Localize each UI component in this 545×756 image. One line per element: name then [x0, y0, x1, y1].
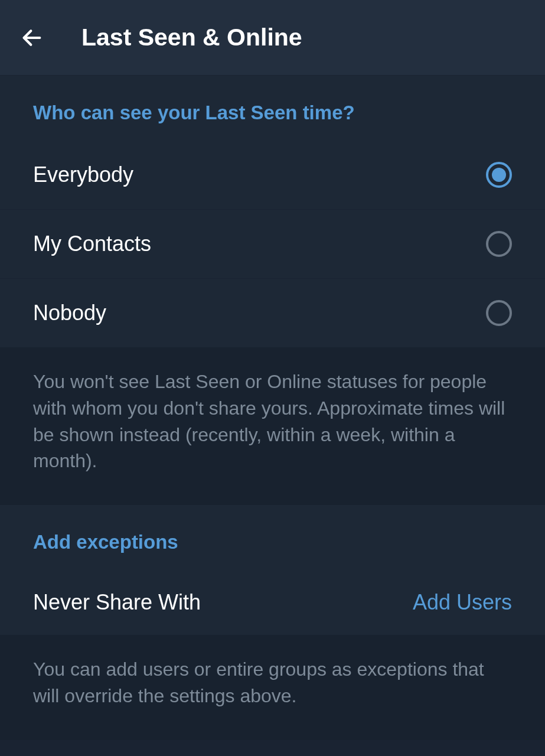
radio-option-nobody[interactable]: Nobody	[0, 279, 545, 347]
radio-icon	[486, 231, 512, 257]
exceptions-section: Add exceptions Never Share With Add User…	[0, 505, 545, 635]
info-text: You won't see Last Seen or Online status…	[33, 369, 512, 474]
info-text: You can add users or entire groups as ex…	[33, 656, 512, 709]
radio-label: Nobody	[33, 301, 106, 325]
never-share-with-row[interactable]: Never Share With Add Users	[0, 570, 545, 635]
exception-label: Never Share With	[33, 590, 201, 615]
radio-label: Everybody	[33, 162, 133, 187]
arrow-left-icon	[20, 26, 44, 50]
radio-icon	[486, 300, 512, 326]
who-can-see-info: You won't see Last Seen or Online status…	[0, 347, 545, 505]
radio-label: My Contacts	[33, 232, 151, 256]
exceptions-info: You can add users or entire groups as ex…	[0, 635, 545, 740]
radio-icon	[486, 162, 512, 188]
radio-option-everybody[interactable]: Everybody	[0, 141, 545, 210]
header: Last Seen & Online	[0, 0, 545, 76]
page-title: Last Seen & Online	[81, 24, 302, 51]
who-can-see-section: Who can see your Last Seen time? Everybo…	[0, 76, 545, 347]
back-button[interactable]	[18, 24, 46, 52]
section-title-exceptions: Add exceptions	[0, 505, 545, 570]
add-users-link[interactable]: Add Users	[413, 590, 512, 615]
section-title-who-can-see: Who can see your Last Seen time?	[0, 76, 545, 141]
radio-option-my-contacts[interactable]: My Contacts	[0, 210, 545, 279]
